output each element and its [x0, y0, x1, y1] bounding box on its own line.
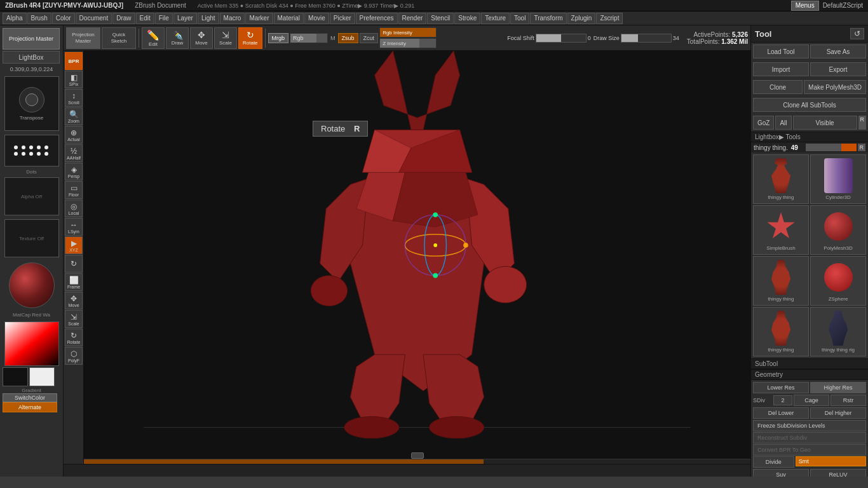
menu-texture[interactable]: Texture [481, 13, 510, 24]
lsym-button[interactable]: ↔ LSym [65, 218, 83, 236]
draw-button[interactable]: ✒️ Draw [166, 27, 189, 49]
draw-size-control[interactable]: Draw Size 34 [593, 34, 679, 43]
menu-file[interactable]: File [155, 13, 173, 24]
scroll-button[interactable]: ↕ Scroll [65, 89, 83, 107]
suv-button[interactable]: Suv [753, 469, 809, 477]
make-polymesh-button[interactable]: Make PolyMesh3D [804, 80, 866, 94]
swatch-black[interactable] [3, 367, 28, 386]
aahalf-button[interactable]: ½ AAHalf [65, 144, 83, 162]
floor-button[interactable]: ▭ Floor [65, 181, 83, 199]
thingy-slider[interactable] [806, 144, 857, 151]
cage-button[interactable]: Cage [794, 395, 829, 406]
zoom-button[interactable]: 🔍 Zoom [65, 107, 83, 125]
del-higher-button[interactable]: Del Higher [810, 407, 866, 419]
menu-material[interactable]: Material [274, 13, 304, 24]
transpose-area[interactable]: Transpose [4, 76, 59, 131]
projection-master-button[interactable]: Projection Master [3, 28, 60, 50]
clone-all-subtools-button[interactable]: Clone All SubTools [753, 98, 866, 112]
menu-edit[interactable]: Edit [136, 13, 154, 24]
menu-transform[interactable]: Transform [530, 13, 566, 24]
menu-stencil[interactable]: Stencil [427, 13, 454, 24]
menu-layer[interactable]: Layer [173, 13, 197, 24]
rgb-slider[interactable]: Rgb [290, 33, 328, 43]
lower-res-button[interactable]: Lower Res [753, 382, 809, 393]
focal-shift-control[interactable]: Focal Shift 0 [507, 34, 591, 43]
menu-alpha[interactable]: Alpha [3, 13, 27, 24]
rgb-intensity-slider[interactable]: Rgb Intensity [379, 27, 437, 37]
character-viewport[interactable] [84, 51, 750, 464]
menu-movie[interactable]: Movie [304, 13, 329, 24]
freeze-subdiv-button[interactable]: Freeze SubDivision Levels [753, 420, 866, 431]
tool-item-zsphere[interactable]: ZSphere [810, 256, 866, 306]
canvas-scale-button[interactable]: ⇲ Scale [65, 310, 83, 328]
higher-res-button[interactable]: Higher Res [810, 382, 866, 393]
canvas-rotate-button[interactable]: ↻ Rotate [65, 329, 83, 346]
menu-stroke[interactable]: Stroke [454, 13, 480, 24]
zsub-button[interactable]: Zsub [338, 33, 358, 43]
menu-marker[interactable]: Marker [245, 13, 273, 24]
viewport-3d[interactable]: Rotate R [84, 51, 750, 464]
refresh-button[interactable]: ↺ [850, 28, 864, 39]
smt-bar[interactable]: Smt [796, 456, 866, 466]
switch-color-button[interactable]: SwitchColor [3, 393, 57, 402]
rstr-button[interactable]: Rstr [831, 395, 866, 406]
scale-button[interactable]: ⇲ Scale [214, 27, 237, 49]
save-as-button[interactable]: Save As [810, 44, 866, 58]
zcut-button[interactable]: Zcut [360, 33, 379, 43]
tool-item-thingy-thing-rig[interactable]: thingy thing rig [810, 307, 866, 356]
import-button[interactable]: Import [753, 62, 809, 76]
texture-preview[interactable]: Texture Off [4, 219, 59, 257]
menu-macro[interactable]: Macro [220, 13, 245, 24]
tool-item-thingy-thing-3[interactable]: thingy thing [753, 307, 809, 356]
projection-master-tool-button[interactable]: Projection Master [66, 27, 100, 49]
geometry-label[interactable]: Geometry [751, 369, 868, 380]
menu-color[interactable]: Color [52, 13, 75, 24]
convert-bpr-button[interactable]: Convert BPR To Geo [753, 444, 866, 456]
export-button[interactable]: Export [810, 62, 866, 76]
move-button[interactable]: ✥ Move [190, 27, 213, 49]
quick-sketch-button[interactable]: Quick Sketch [102, 27, 136, 49]
menus-button[interactable]: Menus [791, 1, 819, 11]
frame-button[interactable]: ⬜ Frame [65, 273, 83, 291]
dots-texture[interactable] [4, 135, 59, 166]
rotate-button[interactable]: ↻ Rotate [238, 27, 262, 49]
del-lower-button[interactable]: Del Lower [753, 407, 809, 419]
visible-button[interactable]: Visible [793, 116, 857, 130]
menu-preferences[interactable]: Preferences [356, 13, 398, 24]
canvas-area[interactable]: BPR ◧ SPix ↕ Scroll 🔍 Zoom ⊕ Actual [64, 51, 750, 464]
edit-button[interactable]: ✏️ Edit [142, 27, 165, 49]
subtool-label[interactable]: SubTool [751, 358, 868, 369]
persp-button[interactable]: ◈ Persp [65, 163, 83, 180]
reluv-button[interactable]: ReLUV [810, 469, 866, 477]
mrgb-button[interactable]: Mrgb [268, 33, 289, 43]
polyf-button[interactable]: ⬡ PolyF [65, 347, 83, 365]
matcap-preview[interactable] [9, 262, 55, 308]
spix-button[interactable]: ◧ SPix [65, 71, 83, 88]
lightbox-button[interactable]: LightBox [3, 51, 60, 64]
sdiv-value[interactable]: 2 [773, 395, 792, 405]
color-gradient[interactable] [4, 322, 59, 366]
menu-tool[interactable]: Tool [510, 13, 529, 24]
actual-button[interactable]: ⊕ Actual [65, 126, 83, 144]
icon-unnamed[interactable]: ↻ [65, 255, 83, 273]
tool-item-thingy-thing[interactable]: thingy thing [753, 154, 809, 204]
menu-brush[interactable]: Brush [27, 13, 51, 24]
reconstruct-subdiv-button[interactable]: Reconstruct Subdiv [753, 432, 866, 444]
alternate-button[interactable]: Alternate [3, 402, 57, 412]
color-picker[interactable]: Gradient SwitchColor Alternate [3, 322, 60, 412]
clone-button[interactable]: Clone [753, 80, 803, 94]
goz-button[interactable]: GoZ [753, 116, 774, 130]
menu-draw[interactable]: Draw [112, 13, 135, 24]
tool-item-thingy-thing-2[interactable]: thingy thing [753, 256, 809, 306]
alpha-preview[interactable]: Alpha Off [4, 177, 59, 215]
local-button[interactable]: ◎ Local [65, 200, 83, 217]
canvas-move-button[interactable]: ✥ Move [65, 292, 83, 309]
menu-zplugin[interactable]: Zplugin [567, 13, 596, 24]
thingy-slider-row[interactable]: thingy thing. 49 R [751, 142, 868, 152]
divide-button[interactable]: Divide [753, 456, 794, 468]
swatch-white[interactable] [29, 367, 55, 386]
menu-document[interactable]: Document [76, 13, 112, 24]
load-tool-button[interactable]: Load Tool [753, 44, 809, 58]
xyz-button[interactable]: ▶ XYZ [65, 236, 83, 254]
tool-item-polymesh3d[interactable]: PolyMesh3D [810, 205, 866, 255]
